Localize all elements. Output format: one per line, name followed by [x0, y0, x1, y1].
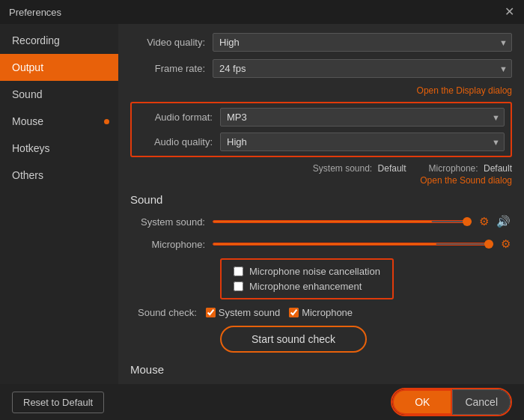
open-display-dialog-link[interactable]: Open the Display dialog [130, 85, 512, 96]
audio-format-select-wrapper: MP3 AAC FLAC WAV ▼ [220, 108, 505, 127]
microphone-check-label: Microphone [302, 307, 353, 318]
sidebar-item-recording[interactable]: Recording [0, 27, 118, 54]
frame-rate-select[interactable]: 24 fps 30 fps 60 fps [213, 59, 512, 78]
frame-rate-select-wrapper: 24 fps 30 fps 60 fps ▼ [213, 59, 512, 78]
sidebar-item-hotkeys[interactable]: Hotkeys [0, 135, 118, 162]
sidebar-item-others[interactable]: Others [0, 162, 118, 189]
start-sound-check-wrapper: Start sound check [220, 326, 512, 353]
system-sound-icons: ⚙ 🔊 [478, 213, 512, 230]
microphone-slider-label: Microphone: [130, 239, 213, 250]
titlebar: Preferences ✕ [0, 0, 524, 24]
system-sound-slider-label: System sound: [130, 216, 213, 228]
system-sound-check-label: System sound [219, 307, 280, 318]
enhancement-label: Microphone enhancement [249, 281, 362, 292]
noise-cancellation-row: Microphone noise cancellation [234, 266, 380, 277]
microphone-thumb[interactable] [484, 240, 493, 249]
microphone-fill [213, 243, 436, 245]
microphone-check-option: Microphone [289, 307, 353, 318]
enhancement-row: Microphone enhancement [234, 281, 380, 292]
sound-info-bar: System sound: Default Microphone: Defaul… [130, 163, 512, 174]
system-sound-info: System sound: Default [313, 163, 406, 174]
sidebar-item-mouse[interactable]: Mouse [0, 108, 118, 135]
preferences-window: Preferences ✕ Recording Output Sound Mou… [0, 0, 524, 420]
sound-check-row: Sound check: System sound Microphone [138, 307, 512, 318]
start-sound-check-button[interactable]: Start sound check [220, 326, 367, 353]
video-quality-select[interactable]: High Medium Low [213, 33, 512, 52]
mouse-dot [104, 119, 109, 124]
audio-quality-select[interactable]: High Medium Low [220, 133, 505, 151]
system-sound-volume-icon[interactable]: 🔊 [495, 213, 512, 230]
window-title: Preferences [9, 7, 61, 18]
microphone-track [213, 243, 493, 246]
system-sound-check-option: System sound [206, 307, 280, 318]
frame-rate-row: Frame rate: 24 fps 30 fps 60 fps ▼ [130, 59, 512, 78]
system-sound-track [213, 220, 472, 223]
audio-quality-label: Audio quality: [138, 136, 220, 147]
close-button[interactable]: ✕ [503, 6, 515, 18]
microphone-info: Microphone: Default [429, 163, 512, 174]
system-sound-settings-icon[interactable]: ⚙ [478, 213, 490, 230]
system-sound-slider-row: System sound: ⚙ 🔊 [130, 213, 512, 230]
microphone-slider-row: Microphone: ⚙ [130, 236, 512, 252]
ok-cancel-group: OK Cancel [391, 388, 512, 416]
sidebar-item-output[interactable]: Output [0, 54, 118, 81]
ok-button[interactable]: OK [392, 389, 452, 415]
content-area: Recording Output Sound Mouse Hotkeys Oth… [0, 24, 524, 384]
bottom-bar: Reset to Default OK Cancel [0, 384, 524, 420]
sidebar-item-sound[interactable]: Sound [0, 81, 118, 108]
microphone-settings-icon[interactable]: ⚙ [499, 236, 512, 252]
noise-cancellation-label: Microphone noise cancellation [249, 266, 380, 277]
reset-to-default-button[interactable]: Reset to Default [12, 392, 104, 413]
audio-format-select[interactable]: MP3 AAC FLAC WAV [220, 108, 505, 127]
cancel-button[interactable]: Cancel [452, 389, 511, 415]
noise-cancellation-checkbox[interactable] [234, 267, 243, 276]
microphone-check-checkbox[interactable] [289, 308, 299, 317]
video-quality-label: Video quality: [130, 37, 213, 48]
system-sound-fill [213, 221, 432, 222]
audio-format-row: Audio format: MP3 AAC FLAC WAV ▼ [138, 108, 505, 127]
microphone-options-group: Microphone noise cancellation Microphone… [220, 258, 394, 299]
video-quality-row: Video quality: High Medium Low ▼ [130, 33, 512, 52]
audio-format-label: Audio format: [138, 112, 220, 123]
ok-cancel-wrapper: OK Cancel [391, 388, 512, 416]
audio-quality-row: Audio quality: High Medium Low ▼ [138, 133, 505, 151]
main-content: Video quality: High Medium Low ▼ Frame r… [118, 24, 524, 384]
sidebar: Recording Output Sound Mouse Hotkeys Oth… [0, 24, 118, 384]
video-quality-select-wrapper: High Medium Low ▼ [213, 33, 512, 52]
frame-rate-label: Frame rate: [130, 63, 213, 74]
microphone-icons: ⚙ [499, 236, 512, 252]
sound-section-title: Sound [130, 193, 512, 206]
audio-format-section: Audio format: MP3 AAC FLAC WAV ▼ Audio q… [130, 102, 512, 157]
sound-check-label: Sound check: [138, 307, 197, 318]
mouse-section-title: Mouse [130, 363, 512, 376]
open-sound-dialog-link[interactable]: Open the Sound dialog [130, 175, 512, 186]
system-sound-check-checkbox[interactable] [206, 308, 216, 317]
system-sound-thumb[interactable] [463, 217, 472, 226]
enhancement-checkbox[interactable] [234, 281, 243, 291]
audio-quality-select-wrapper: High Medium Low ▼ [220, 133, 505, 151]
